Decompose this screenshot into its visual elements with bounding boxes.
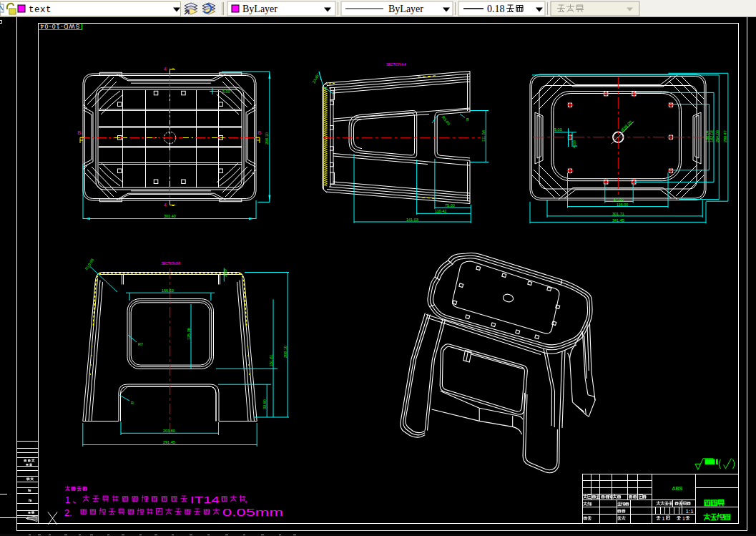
svg-text:5.00: 5.00 [222,89,230,94]
svg-text:R: R [131,401,134,405]
svg-text:341.45: 341.45 [612,218,624,223]
svg-text:1: 1 [682,516,685,521]
svg-text:2.: 2. [64,507,72,518]
svg-text:1:1: 1:1 [686,508,694,515]
svg-text:125.36: 125.36 [187,328,191,340]
svg-text:110.42: 110.42 [435,209,446,213]
svg-text:IT14: IT14 [190,494,220,505]
svg-text:SECTION 4-4: SECTION 4-4 [386,62,406,67]
svg-text:4: 4 [164,203,167,208]
svg-text:text: text [29,5,51,15]
svg-text:208.10: 208.10 [283,346,288,358]
svg-text:33.60: 33.60 [262,399,267,409]
svg-text:203.60: 203.60 [163,429,175,433]
svg-text:111.54: 111.54 [481,130,486,142]
svg-text:166.63: 166.63 [162,288,174,293]
svg-text:0.18: 0.18 [487,4,505,14]
svg-text:5.00: 5.00 [554,127,562,132]
svg-text:4: 4 [164,67,167,72]
svg-text:B: B [78,130,82,135]
svg-text:1: 1 [662,516,665,521]
svg-text:SWD-10-04: SWD-10-04 [40,23,79,30]
svg-text:ABS: ABS [672,485,683,492]
svg-text:4.00: 4.00 [572,140,576,148]
svg-text:0.05mm: 0.05mm [222,506,283,518]
svg-text:R7: R7 [138,342,143,346]
svg-text:301.40: 301.40 [164,214,176,218]
svg-text:182.03: 182.03 [710,130,714,142]
svg-text:B: B [258,130,262,135]
svg-text:SECTION 8-8: SECTION 8-8 [161,261,180,265]
svg-text:ByLayer: ByLayer [242,4,278,14]
svg-text:138.04: 138.04 [705,130,710,142]
svg-text:301.71: 301.71 [612,212,624,216]
svg-text:291.45: 291.45 [163,440,175,444]
svg-text:141.03: 141.03 [406,218,418,222]
svg-text:R: R [466,117,469,122]
svg-text:1: 1 [65,494,70,505]
svg-text:298.47: 298.47 [723,130,727,142]
svg-text:3.60: 3.60 [223,269,227,277]
svg-text:208.10: 208.10 [265,132,269,145]
svg-text:264.00: 264.00 [715,130,720,142]
svg-text:75.00: 75.00 [445,203,455,208]
svg-text:116.00: 116.00 [617,203,628,207]
svg-text:151.61: 151.61 [269,354,273,366]
svg-text:54.00: 54.00 [614,198,624,202]
svg-text:ByLayer: ByLayer [388,4,423,14]
